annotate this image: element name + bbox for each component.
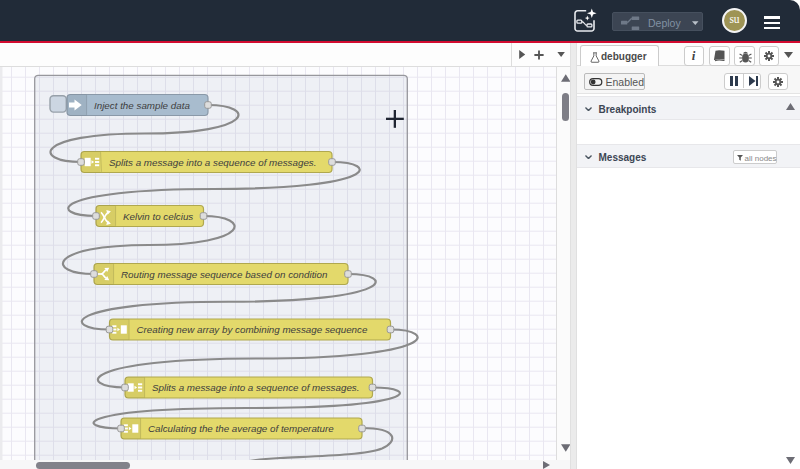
- svg-text:Inject the sample data: Inject the sample data: [94, 99, 190, 110]
- svg-text:Kelvin to celcius: Kelvin to celcius: [123, 210, 193, 221]
- svg-text:Creating new array by combinin: Creating new array by combining message …: [137, 324, 368, 335]
- svg-text:Splits a message into a sequen: Splits a message into a sequence of mess…: [152, 382, 360, 393]
- svg-text:Calculating the the average of: Calculating the the average of temperatu…: [148, 423, 334, 434]
- svg-text:Routing message sequence based: Routing message sequence based on condit…: [121, 268, 327, 279]
- svg-text:Splits a message into a sequen: Splits a message into a sequence of mess…: [109, 156, 317, 167]
